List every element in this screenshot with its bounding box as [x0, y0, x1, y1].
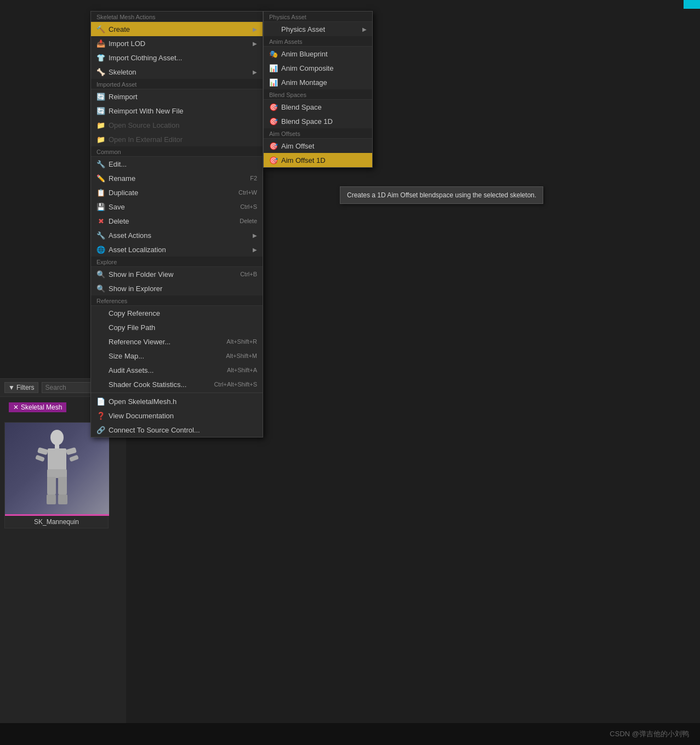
import-clothing-icon: 👕 [96, 53, 105, 62]
submenu-item-anim-blueprint[interactable]: 🎭 Anim Blueprint [264, 47, 372, 61]
tag-close[interactable]: ✕ [13, 403, 19, 411]
skeleton-arrow: ▶ [253, 69, 257, 75]
menu-item-reference-viewer[interactable]: Reference Viewer... Alt+Shift+R [91, 334, 263, 349]
submenu-item-physics-asset[interactable]: Physics Asset ▶ [264, 22, 372, 36]
mannequin-svg [32, 428, 82, 510]
blend-space-1d-icon: 🎯 [269, 117, 278, 126]
aim-offset-1d-icon: 🎯 [269, 156, 278, 164]
skeletal-mesh-tag: ✕ Skeletal Mesh [9, 402, 66, 412]
asset-actions-icon: 🔧 [96, 231, 105, 240]
menu-item-open-skeletal-h[interactable]: 📄 Open SkeletalMesh.h [91, 394, 263, 408]
menu-item-asset-actions[interactable]: 🔧 Asset Actions ▶ [91, 228, 263, 242]
svg-rect-2 [48, 448, 66, 470]
tag-label: Skeletal Mesh [21, 403, 62, 411]
asset-actions-arrow: ▶ [253, 232, 257, 238]
copy-reference-icon [96, 309, 105, 317]
submenu-item-aim-offset[interactable]: 🎯 Aim Offset [264, 139, 372, 153]
menu-item-shader-cook[interactable]: Shader Cook Statistics... Ctrl+Alt+Shift… [91, 377, 263, 391]
filter-icon: ▼ [8, 384, 15, 391]
menu-item-view-docs[interactable]: ❓ View Documentation [91, 408, 263, 423]
delete-icon: ✖ [96, 217, 105, 225]
open-source-icon: 📁 [96, 121, 105, 129]
submenu-item-blend-space-1d[interactable]: 🎯 Blend Space 1D [264, 114, 372, 128]
asset-localization-icon: 🌐 [96, 245, 105, 254]
menu-item-create[interactable]: 🔨 Create ▶ [91, 22, 263, 36]
rename-icon: ✏️ [96, 174, 105, 183]
svg-rect-1 [55, 444, 59, 448]
menu-item-copy-reference[interactable]: Copy Reference [91, 306, 263, 320]
skeleton-icon: 🦴 [96, 67, 105, 76]
duplicate-icon: 📋 [96, 188, 105, 197]
svg-rect-9 [47, 494, 56, 504]
menu-item-rename[interactable]: ✏️ Rename F2 [91, 171, 263, 185]
physics-asset-arrow: ▶ [362, 26, 367, 32]
menu-item-import-lod[interactable]: 📥 Import LOD ▶ [91, 36, 263, 50]
menu-item-duplicate[interactable]: 📋 Duplicate Ctrl+W [91, 185, 263, 200]
save-icon: 💾 [96, 202, 105, 211]
asset-localization-arrow: ▶ [253, 247, 257, 253]
physics-asset-icon [269, 25, 278, 33]
import-lod-icon: 📥 [96, 39, 105, 48]
open-skeletal-h-icon: 📄 [96, 397, 105, 406]
submenu-item-aim-offset-1d[interactable]: 🎯 Aim Offset 1D [264, 153, 372, 167]
edit-icon: 🔧 [96, 160, 105, 168]
menu-item-show-folder[interactable]: 🔍 Show in Folder View Ctrl+B [91, 267, 263, 281]
submenu-create: Physics Asset Physics Asset ▶ Anim Asset… [263, 11, 373, 168]
submenu-item-anim-montage[interactable]: 📊 Anim Montage [264, 75, 372, 89]
anim-blueprint-icon: 🎭 [269, 49, 278, 58]
size-map-icon [96, 351, 105, 360]
menu-item-size-map[interactable]: Size Map... Alt+Shift+M [91, 349, 263, 363]
bottom-bar: CSDN @弹吉他的小刘鸭 [0, 723, 700, 745]
reimport-icon: 🔄 [96, 92, 105, 101]
open-external-icon: 📁 [96, 135, 105, 144]
show-explorer-icon: 🔍 [96, 284, 105, 293]
view-docs-icon: ❓ [96, 411, 105, 420]
menu-item-show-explorer[interactable]: 🔍 Show in Explorer [91, 281, 263, 295]
section-anim-assets: Anim Assets [264, 36, 372, 47]
menu-item-skeleton[interactable]: 🦴 Skeleton ▶ [91, 65, 263, 79]
menu-item-import-clothing[interactable]: 👕 Import Clothing Asset... [91, 50, 263, 65]
menu-item-reimport[interactable]: 🔄 Reimport [91, 89, 263, 104]
asset-label: SK_Mannequin [5, 516, 108, 528]
svg-rect-6 [69, 454, 79, 462]
section-explore: Explore [91, 257, 263, 267]
section-aim-offsets: Aim Offsets [264, 128, 372, 139]
menu-item-save[interactable]: 💾 Save Ctrl+S [91, 200, 263, 214]
filter-button[interactable]: ▼ Filters [4, 382, 38, 393]
menu-item-open-external: 📁 Open In External Editor [91, 132, 263, 146]
section-blend-spaces: Blend Spaces [264, 89, 372, 100]
menu-item-asset-localization[interactable]: 🌐 Asset Localization ▶ [91, 242, 263, 257]
filter-label: Filters [16, 384, 35, 391]
svg-rect-3 [37, 447, 48, 454]
submenu-item-anim-composite[interactable]: 📊 Anim Composite [264, 61, 372, 75]
section-skeletal-mesh-actions: Skeletal Mesh Actions [91, 12, 263, 22]
menu-item-open-source: 📁 Open Source Location [91, 118, 263, 132]
svg-rect-11 [58, 494, 67, 504]
menu-item-source-control[interactable]: 🔗 Connect To Source Control... [91, 423, 263, 437]
audit-assets-icon [96, 366, 105, 374]
anim-montage-icon: 📊 [269, 78, 278, 87]
svg-rect-7 [47, 469, 67, 478]
svg-rect-5 [66, 447, 77, 454]
import-lod-arrow: ▶ [253, 41, 257, 47]
aim-offset-icon: 🎯 [269, 141, 278, 150]
top-right-indicator [684, 0, 700, 9]
reference-viewer-icon [96, 337, 105, 346]
section-physics-asset: Physics Asset [264, 12, 372, 22]
menu-item-delete[interactable]: ✖ Delete Delete [91, 214, 263, 228]
svg-rect-10 [58, 477, 67, 494]
menu-item-reimport-new[interactable]: 🔄 Reimport With New File [91, 104, 263, 118]
section-imported-asset: Imported Asset [91, 79, 263, 89]
menu-item-audit-assets[interactable]: Audit Assets... Alt+Shift+A [91, 363, 263, 377]
submenu-item-blend-space[interactable]: 🎯 Blend Space [264, 100, 372, 114]
blend-space-icon: 🎯 [269, 103, 278, 111]
svg-point-0 [50, 430, 64, 445]
reimport-new-icon: 🔄 [96, 106, 105, 115]
show-folder-icon: 🔍 [96, 270, 105, 278]
list-item[interactable]: SK_Mannequin [4, 422, 109, 528]
create-icon: 🔨 [96, 25, 105, 33]
menu-item-edit[interactable]: 🔧 Edit... [91, 157, 263, 171]
context-menu: Skeletal Mesh Actions 🔨 Create ▶ 📥 Impor… [90, 11, 263, 437]
menu-item-copy-file-path[interactable]: Copy File Path [91, 320, 263, 334]
anim-composite-icon: 📊 [269, 64, 278, 72]
